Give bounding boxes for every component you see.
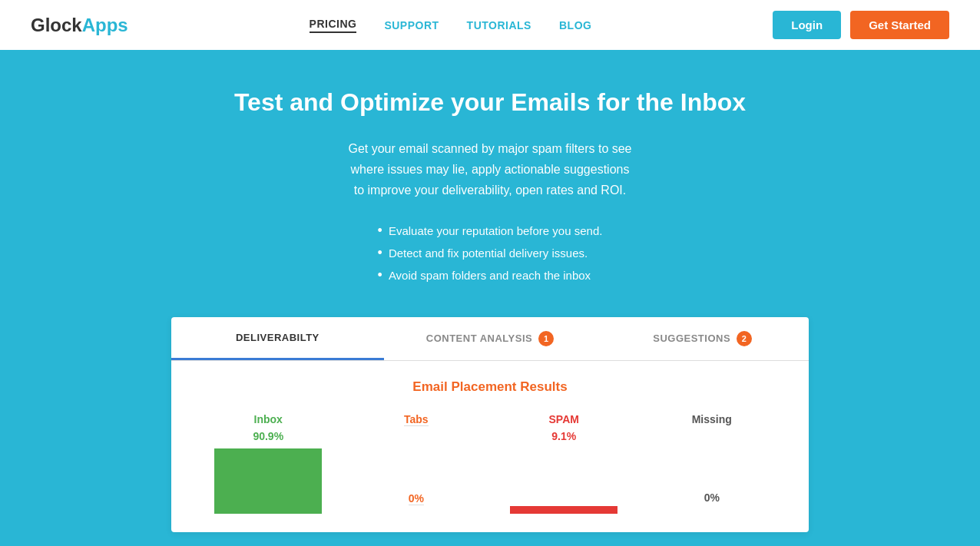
nav-blog[interactable]: BLOG: [559, 19, 591, 31]
missing-label: Missing: [692, 413, 732, 425]
header-buttons: Login Get Started: [773, 11, 949, 39]
logo-black-text: Glock: [31, 15, 82, 36]
bullet-1: Evaluate your reputation before you send…: [378, 223, 603, 239]
spam-bar: [510, 506, 617, 514]
login-button[interactable]: Login: [773, 11, 841, 39]
tabs-bar: DELIVERABILTY CONTENT ANALYSIS 1 SUGGEST…: [171, 317, 809, 361]
result-inbox: Inbox 90.9%: [194, 413, 343, 514]
content-analysis-badge: 1: [538, 331, 554, 346]
result-tabs: Tabs 0%: [343, 413, 491, 514]
nav: PRICING SUPPORT TUTORIALS BLOG: [310, 18, 592, 33]
suggestions-badge: 2: [737, 331, 752, 346]
bullet-2: Detect and fix potential delivery issues…: [378, 245, 603, 261]
hero-title: Test and Optimize your Emails for the In…: [15, 88, 965, 117]
tab-deliverability[interactable]: DELIVERABILTY: [171, 317, 384, 360]
hero-subtitle: Get your email scanned by major spam fil…: [15, 138, 965, 201]
tabs-label: Tabs: [404, 413, 429, 426]
results-grid: Inbox 90.9% Tabs 0% SPAM 9.1%: [194, 413, 786, 514]
panel-title: Email Placement Results: [194, 379, 786, 395]
inbox-bar-container: [214, 448, 322, 514]
result-missing: Missing 0%: [638, 413, 786, 514]
spam-bar-container: [510, 448, 617, 514]
logo-blue-text: Apps: [82, 15, 128, 36]
header: Glock Apps PRICING SUPPORT TUTORIALS BLO…: [0, 0, 980, 50]
inbox-label: Inbox: [254, 413, 283, 425]
inbox-bar: [214, 448, 322, 514]
nav-tutorials[interactable]: TUTORIALS: [467, 19, 531, 31]
missing-pct: 0%: [704, 491, 720, 504]
nav-support[interactable]: SUPPORT: [384, 19, 439, 31]
spam-pct: 9.1%: [551, 430, 576, 442]
tab-suggestions[interactable]: SUGGESTIONS 2: [596, 317, 809, 360]
logo: Glock Apps: [31, 15, 128, 36]
nav-pricing[interactable]: PRICING: [310, 18, 357, 33]
hero-bullets: Evaluate your reputation before you send…: [378, 223, 603, 290]
tab-content-analysis[interactable]: CONTENT ANALYSIS 1: [384, 317, 597, 360]
get-started-button[interactable]: Get Started: [850, 11, 949, 39]
result-spam: SPAM 9.1%: [490, 413, 638, 514]
inbox-pct: 90.9%: [253, 430, 283, 442]
spam-label: SPAM: [549, 413, 579, 425]
results-panel: DELIVERABILTY CONTENT ANALYSIS 1 SUGGEST…: [171, 317, 809, 532]
hero-section: Test and Optimize your Emails for the In…: [0, 50, 980, 546]
bullet-3: Avoid spam folders and reach the inbox: [378, 267, 603, 283]
panel-content: Email Placement Results Inbox 90.9% Tabs…: [171, 361, 809, 532]
tabs-pct: 0%: [409, 492, 424, 505]
